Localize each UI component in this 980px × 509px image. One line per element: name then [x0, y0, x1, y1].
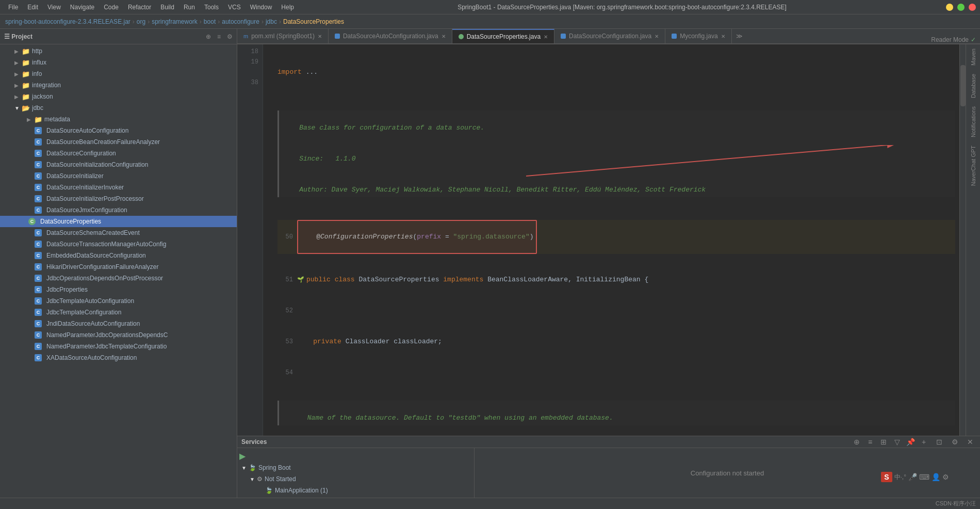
- bc-jar[interactable]: spring-boot-autoconfigure-2.3.4.RELEASE.…: [5, 18, 130, 25]
- project-header: ☰ Project ⊕ ≡ ⚙: [0, 29, 237, 44]
- project-panel: ☰ Project ⊕ ≡ ⚙ ▶ 📁 http ▶ 📁 influx ▶ 📁: [0, 29, 237, 498]
- tree-item-jackson[interactable]: ▶ 📁 jackson: [0, 91, 237, 102]
- tree-item-datasourceschema[interactable]: ▶ C DataSourceSchemaCreatedEvent: [0, 227, 237, 238]
- menu-window[interactable]: Window: [246, 3, 276, 12]
- tab-auto-close[interactable]: ✕: [442, 34, 446, 39]
- menu-build[interactable]: Build: [156, 3, 178, 12]
- menu-run[interactable]: Run: [179, 3, 199, 12]
- menu-code[interactable]: Code: [100, 3, 123, 12]
- csdn-label: 中·,°: [894, 473, 906, 482]
- bc-boot[interactable]: boot: [204, 18, 216, 25]
- right-panel-naverchat[interactable]: NaverChat GPT: [968, 141, 978, 190]
- tree-item-hikari[interactable]: ▶ C HikariDriverConfigurationFailureAnal…: [0, 261, 237, 273]
- right-panel-notifications[interactable]: Notifications: [968, 102, 978, 141]
- tree-item-jdbc[interactable]: ▼ 📂 jdbc: [0, 102, 237, 114]
- expand-icon[interactable]: ⊕: [851, 436, 862, 448]
- tab-datasourceconfig[interactable]: DataSourceConfiguration.java ✕: [554, 29, 665, 43]
- menu-edit[interactable]: Edit: [23, 3, 42, 12]
- services-maximize[interactable]: ⊡: [934, 436, 945, 448]
- menu-refactor[interactable]: Refactor: [124, 3, 155, 12]
- class-icon: C: [34, 342, 42, 351]
- tab-my-close[interactable]: ✕: [721, 34, 725, 39]
- tree-item-namedparam1[interactable]: ▶ C NamedParameterJdbcOperationsDependsC: [0, 329, 237, 341]
- tree-label-jackson: jackson: [32, 93, 237, 100]
- filter-icon[interactable]: ▽: [891, 436, 903, 448]
- tree-item-datasourcejmx[interactable]: ▶ C DataSourceJmxConfiguration: [0, 204, 237, 216]
- bc-springframework[interactable]: springframework: [152, 18, 198, 25]
- tab-more-button[interactable]: ≫: [732, 29, 747, 43]
- tree-item-xa[interactable]: ▶ C XADataSourceAutoConfiguration: [0, 352, 237, 363]
- bc-jdbc[interactable]: jdbc: [266, 18, 277, 25]
- tree-item-datasourceinitinvoker[interactable]: ▶ C DataSourceInitializerInvoker: [0, 182, 237, 193]
- bc-org[interactable]: org: [137, 18, 145, 25]
- tree-item-datasourceautoconfig[interactable]: ▶ C DataSourceAutoConfiguration: [0, 125, 237, 136]
- menu-vcs[interactable]: VCS: [224, 3, 245, 12]
- project-sync-icon[interactable]: ⊕: [206, 33, 211, 40]
- tab-pom-close[interactable]: ✕: [318, 34, 322, 39]
- scrollbar-thumb[interactable]: [960, 65, 966, 106]
- menu-help[interactable]: Help: [277, 3, 298, 12]
- menu-navigate[interactable]: Navigate: [66, 3, 99, 12]
- tab-datasourceauto[interactable]: DataSourceAutoConfiguration.java ✕: [329, 29, 452, 43]
- services-close[interactable]: ✕: [965, 436, 976, 448]
- services-mainapplication-item[interactable]: ▶ 🍃 MainApplication (1): [237, 485, 474, 496]
- group-icon[interactable]: ⊞: [878, 436, 889, 448]
- tree-item-datasourcebeancreation[interactable]: ▶ C DataSourceBeanCreationFailureAnalyze…: [0, 136, 237, 148]
- tree-item-datasourceprops[interactable]: ▶ C DataSourceProperties: [0, 216, 237, 227]
- services-settings[interactable]: ⚙: [949, 436, 960, 448]
- tree-item-jdbctemplateconfig[interactable]: ▶ C JdbcTemplateConfiguration: [0, 307, 237, 318]
- tab-myconfig[interactable]: Myconfig.java ✕: [665, 29, 731, 43]
- tree-label: DataSourceInitializerPostProcessor: [46, 195, 237, 202]
- project-collapse-icon[interactable]: ≡: [217, 33, 221, 40]
- tree-item-datasourcetx[interactable]: ▶ C DataSourceTransactionManagerAutoConf…: [0, 238, 237, 250]
- tree-item-influx[interactable]: ▶ 📁 influx: [0, 57, 237, 68]
- tab-pom[interactable]: m pom.xml (SpringBoot1) ✕: [237, 29, 329, 43]
- tab-config-close[interactable]: ✕: [655, 34, 659, 39]
- tab-datasourceprops[interactable]: DataSourceProperties.java ✕: [452, 29, 554, 43]
- restore-button[interactable]: □: [957, 4, 965, 11]
- code-editor[interactable]: import ... Base class for configuration …: [273, 44, 959, 436]
- project-tree: ▶ 📁 http ▶ 📁 influx ▶ 📁 info ▶ 📁 integra…: [0, 44, 237, 498]
- align-icon[interactable]: ≡: [864, 436, 876, 448]
- tree-label: DataSourceConfiguration: [46, 150, 237, 157]
- tree-label-jdbc: jdbc: [32, 104, 237, 112]
- tree-item-metadata[interactable]: ▶ 📁 metadata: [0, 114, 237, 125]
- add-icon[interactable]: +: [918, 436, 929, 448]
- tree-item-datasourceinitconfig[interactable]: ▶ C DataSourceInitializationConfiguratio…: [0, 159, 237, 170]
- tree-item-http[interactable]: ▶ 📁 http: [0, 45, 237, 57]
- menu-tools[interactable]: Tools: [200, 3, 223, 12]
- class-icon: C: [34, 149, 42, 157]
- tree-item-embeddeddatasource[interactable]: ▶ C EmbeddedDataSourceConfiguration: [0, 250, 237, 261]
- tree-label-http: http: [32, 47, 237, 55]
- right-panel-maven[interactable]: Maven: [968, 44, 978, 70]
- folder-open-icon: 📂: [22, 104, 30, 112]
- bc-autoconfigure[interactable]: autoconfigure: [222, 18, 259, 25]
- services-notstarted-item[interactable]: ▼ ⚙ Not Started: [237, 473, 474, 485]
- tree-item-jdbcprops[interactable]: ▶ C JdbcProperties: [0, 284, 237, 295]
- arrow-icon: ▶: [14, 60, 22, 66]
- tab-props-close[interactable]: ✕: [544, 34, 548, 40]
- title-bar: File Edit View Navigate Code Refactor Bu…: [0, 0, 980, 14]
- right-panel-database[interactable]: Database: [968, 70, 978, 102]
- project-settings-icon[interactable]: ⚙: [227, 33, 233, 40]
- arrow-icon: ▶: [14, 94, 22, 100]
- tree-label: DataSourceInitializationConfiguration: [46, 161, 237, 168]
- minimize-button[interactable]: –: [946, 4, 953, 11]
- menu-file[interactable]: File: [4, 3, 22, 12]
- tree-item-info[interactable]: ▶ 📁 info: [0, 68, 237, 79]
- close-button[interactable]: ✕: [969, 4, 976, 11]
- tree-item-integration[interactable]: ▶ 📁 integration: [0, 79, 237, 91]
- tree-item-datasourceinitpost[interactable]: ▶ C DataSourceInitializerPostProcessor: [0, 193, 237, 204]
- pin-icon[interactable]: 📌: [905, 436, 916, 448]
- tree-item-datasourceinit[interactable]: ▶ C DataSourceInitializer: [0, 170, 237, 182]
- tree-item-jndi[interactable]: ▶ C JndiDataSourceAutoConfiguration: [0, 318, 237, 329]
- menu-view[interactable]: View: [43, 3, 65, 12]
- run-button[interactable]: ▶: [239, 451, 246, 461]
- tree-item-jdbctemplateauto[interactable]: ▶ C JdbcTemplateAutoConfiguration: [0, 295, 237, 307]
- editor-scrollbar[interactable]: [959, 44, 966, 436]
- tree-item-datasourceconfig[interactable]: ▶ C DataSourceConfiguration: [0, 148, 237, 159]
- services-springboot-item[interactable]: ▼ 🍃 Spring Boot: [237, 462, 474, 473]
- tree-item-namedparam2[interactable]: ▶ C NamedParameterJdbcTemplateConfigurat…: [0, 341, 237, 352]
- reader-mode-label[interactable]: Reader Mode: [931, 36, 969, 43]
- tree-item-jdbcops[interactable]: ▶ C JdbcOperationsDependsOnPostProcessor: [0, 273, 237, 284]
